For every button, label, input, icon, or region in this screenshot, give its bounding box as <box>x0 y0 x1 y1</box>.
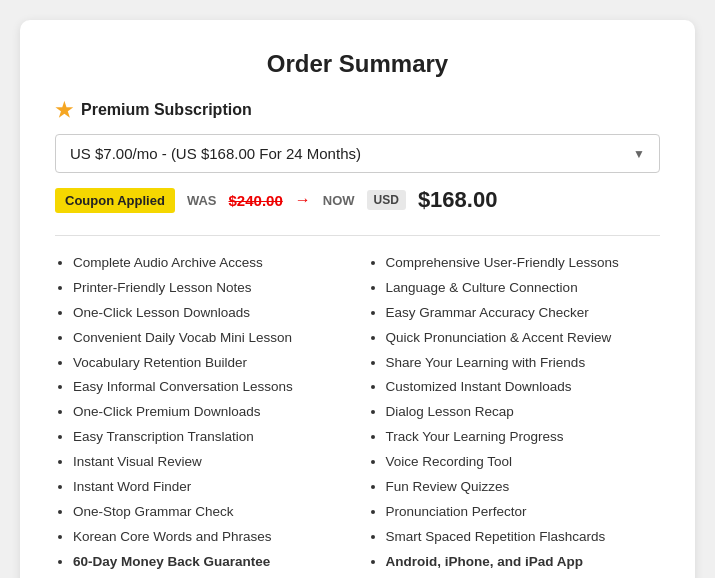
list-item: Printer-Friendly Lesson Notes <box>73 279 348 298</box>
list-item: Dialog Lesson Recap <box>386 403 661 422</box>
star-icon: ★ <box>55 98 73 122</box>
arrow-right-icon: → <box>295 191 311 209</box>
page-title: Order Summary <box>55 50 660 78</box>
divider <box>55 235 660 236</box>
subscription-text: Premium Subscription <box>81 101 252 119</box>
list-item: Easy Informal Conversation Lessons <box>73 378 348 397</box>
plan-dropdown-text: US $7.00/mo - (US $168.00 For 24 Months) <box>70 145 361 162</box>
list-item: One-Click Premium Downloads <box>73 403 348 422</box>
features-section: Complete Audio Archive AccessPrinter-Fri… <box>55 254 660 578</box>
features-col-right: Comprehensive User-Friendly LessonsLangu… <box>358 254 661 578</box>
list-item: Smart Spaced Repetition Flashcards <box>386 528 661 547</box>
original-price: $240.00 <box>229 192 283 209</box>
new-price: $168.00 <box>418 187 498 213</box>
list-item: One-Stop Grammar Check <box>73 503 348 522</box>
features-right-list: Comprehensive User-Friendly LessonsLangu… <box>368 254 661 578</box>
now-label: NOW <box>323 193 355 208</box>
list-item: Complete Audio Archive Access <box>73 254 348 273</box>
features-left-list: Complete Audio Archive AccessPrinter-Fri… <box>55 254 348 578</box>
list-item: Instant Word Finder <box>73 478 348 497</box>
list-item: Instant Visual Review <box>73 453 348 472</box>
subscription-label: ★ Premium Subscription <box>55 98 660 122</box>
order-summary-card: Order Summary ★ Premium Subscription US … <box>20 20 695 578</box>
currency-badge: USD <box>367 190 406 210</box>
list-item: Customized Instant Downloads <box>386 378 661 397</box>
list-item: Quick Pronunciation & Accent Review <box>386 329 661 348</box>
list-item: 60-Day Money Back Guarantee <box>73 553 348 572</box>
list-item: Convenient Daily Vocab Mini Lesson <box>73 329 348 348</box>
coupon-badge: Coupon Applied <box>55 188 175 213</box>
list-item: Android, iPhone, and iPad App <box>386 553 661 572</box>
list-item: Track Your Learning Progress <box>386 428 661 447</box>
list-item: Easy Grammar Accuracy Checker <box>386 304 661 323</box>
chevron-down-icon: ▼ <box>633 147 645 161</box>
list-item: Language & Culture Connection <box>386 279 661 298</box>
features-col-left: Complete Audio Archive AccessPrinter-Fri… <box>55 254 358 578</box>
list-item: Fun Review Quizzes <box>386 478 661 497</box>
list-item: Korean Core Words and Phrases <box>73 528 348 547</box>
was-label: WAS <box>187 193 217 208</box>
coupon-row: Coupon Applied WAS $240.00 → NOW USD $16… <box>55 187 660 213</box>
list-item: Vocabulary Retention Builder <box>73 354 348 373</box>
plan-dropdown[interactable]: US $7.00/mo - (US $168.00 For 24 Months)… <box>55 134 660 173</box>
list-item: Voice Recording Tool <box>386 453 661 472</box>
list-item: Easy Transcription Translation <box>73 428 348 447</box>
list-item: One-Click Lesson Downloads <box>73 304 348 323</box>
list-item: Share Your Learning with Friends <box>386 354 661 373</box>
list-item: Comprehensive User-Friendly Lessons <box>386 254 661 273</box>
list-item: Pronunciation Perfector <box>386 503 661 522</box>
